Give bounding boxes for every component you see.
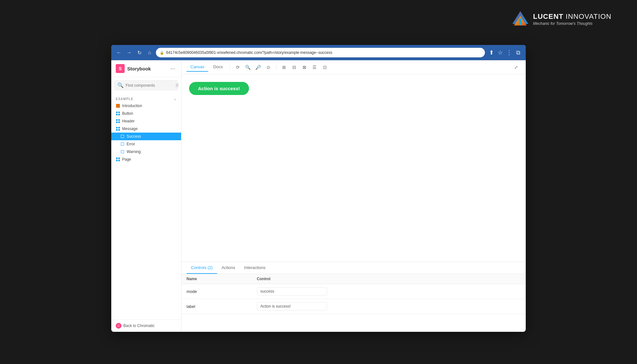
sidebar-item-label: Header xyxy=(122,119,135,123)
zoom-in-icon-btn[interactable]: 🔍 xyxy=(244,63,253,72)
controls-data-table: Name Control mode xyxy=(181,274,526,314)
fullscreen-button[interactable]: ⤢ xyxy=(512,63,521,72)
layout1-icon-btn[interactable]: ⊟ xyxy=(290,63,299,72)
component-icon xyxy=(116,111,120,116)
tab-actions[interactable]: Actions xyxy=(217,262,240,274)
sync-icon-btn[interactable]: ⟳ xyxy=(233,63,242,72)
search-input[interactable] xyxy=(126,83,173,88)
browser-content: S Storybook ⋯ 🔍 / EXAMPLE ⌄ xyxy=(111,60,526,332)
controls-table: Name Control mode xyxy=(181,274,526,332)
sidebar: S Storybook ⋯ 🔍 / EXAMPLE ⌄ xyxy=(111,60,181,332)
table-row: mode xyxy=(181,284,526,299)
story-icon xyxy=(120,142,125,146)
controls-panel: Controls (2) Actions Interactions Name C… xyxy=(181,262,526,332)
mode-input[interactable] xyxy=(257,287,327,295)
tab-controls[interactable]: Controls (2) xyxy=(187,262,217,274)
label-control-cell xyxy=(252,299,526,314)
brand-tagline: Mechanic for Tomorrow's Thoughts xyxy=(533,21,611,26)
sidebar-item-label: Message xyxy=(122,127,138,131)
sidebar-item-warning[interactable]: Warning xyxy=(111,148,181,156)
search-icon: 🔍 xyxy=(117,82,124,88)
tab-docs[interactable]: Docs xyxy=(209,62,227,72)
story-toolbar: Canvas Docs ⟳ 🔍 🔎 ⊙ ⊞ ⊟ ⊠ ☰ ⊡ ⤢ xyxy=(181,60,526,74)
sidebar-header: S Storybook ⋯ xyxy=(111,60,181,77)
split-view-button[interactable]: ⧉ xyxy=(514,49,522,56)
component-icon xyxy=(116,119,120,123)
sidebar-item-introduction[interactable]: Introduction xyxy=(111,102,181,110)
zoom-reset-icon-btn[interactable]: ⊙ xyxy=(264,63,273,72)
sidebar-item-label: Page xyxy=(122,157,131,162)
story-icon xyxy=(120,149,125,154)
back-to-chromatic-label: Back to Chromatic xyxy=(123,324,155,328)
browser-window: ← → ↻ ⌂ 🔒 64174c5e8090046035a5f801-xrixw… xyxy=(111,45,526,332)
sidebar-item-label: Button xyxy=(122,111,133,116)
chromatic-icon: C xyxy=(116,323,121,329)
sidebar-item-page[interactable]: Page xyxy=(111,156,181,163)
sidebar-item-error[interactable]: Error xyxy=(111,140,181,148)
sidebar-item-header[interactable]: Header xyxy=(111,117,181,125)
sidebar-item-button[interactable]: Button xyxy=(111,110,181,117)
intro-icon xyxy=(116,104,120,108)
section-label: EXAMPLE ⌄ xyxy=(111,95,181,102)
bookmark-button[interactable]: ☆ xyxy=(496,49,504,56)
mode-label: mode xyxy=(181,284,252,299)
back-to-chromatic-link[interactable]: C Back to Chromatic xyxy=(116,323,177,329)
label-label: label xyxy=(181,299,252,314)
sidebar-item-label: Error xyxy=(127,142,135,146)
col-control-header: Control xyxy=(252,274,526,284)
url-text: 64174c5e8090046035a5f801-xrixwfened.chro… xyxy=(166,50,332,55)
lucent-logo: LUCENT INNOVATION Mechanic for Tomorrow'… xyxy=(511,10,611,29)
reload-button[interactable]: ↻ xyxy=(135,49,143,56)
tab-interactions[interactable]: Interactions xyxy=(240,262,270,274)
toolbar-divider xyxy=(230,64,230,70)
controls-tabs: Controls (2) Actions Interactions xyxy=(181,262,526,274)
label-input[interactable] xyxy=(257,302,327,310)
svg-rect-2 xyxy=(519,18,522,25)
search-bar[interactable]: 🔍 / xyxy=(114,80,178,90)
lucent-logo-text: LUCENT INNOVATION Mechanic for Tomorrow'… xyxy=(533,12,611,26)
sidebar-item-label: Warning xyxy=(127,149,141,154)
sidebar-section: EXAMPLE ⌄ Introduction xyxy=(111,93,181,319)
zoom-out-icon-btn[interactable]: 🔎 xyxy=(254,63,263,72)
home-button[interactable]: ⌂ xyxy=(146,49,153,56)
extensions-button[interactable]: ⋮ xyxy=(505,49,513,56)
sidebar-item-label: Success xyxy=(127,134,141,139)
search-shortcut: / xyxy=(175,83,179,87)
sidebar-item-success[interactable]: Success xyxy=(111,133,181,140)
sidebar-footer: C Back to Chromatic xyxy=(111,319,181,332)
brand-name: LUCENT INNOVATION xyxy=(533,12,611,21)
browser-actions: ⬆ ☆ ⋮ ⧉ xyxy=(487,49,522,56)
sidebar-title: Storybook xyxy=(127,66,166,71)
tab-canvas[interactable]: Canvas xyxy=(187,62,208,72)
sidebar-item-message[interactable]: Message xyxy=(111,125,181,133)
main-panel: Canvas Docs ⟳ 🔍 🔎 ⊙ ⊞ ⊟ ⊠ ☰ ⊡ ⤢ Action i… xyxy=(181,60,526,332)
action-success-button[interactable]: Action is success! xyxy=(189,82,249,95)
forward-button[interactable]: → xyxy=(125,49,133,56)
section-toggle-icon[interactable]: ⌄ xyxy=(174,97,177,101)
lucent-logo-icon xyxy=(511,10,530,29)
sidebar-item-label: Introduction xyxy=(122,104,142,108)
story-icon xyxy=(120,134,125,139)
component-icon xyxy=(116,127,120,131)
component-icon xyxy=(116,157,120,162)
mode-control-cell xyxy=(252,284,526,299)
table-row: label xyxy=(181,299,526,314)
storybook-logo-icon: S xyxy=(116,64,125,73)
back-button[interactable]: ← xyxy=(115,49,123,56)
sidebar-menu-button[interactable]: ⋯ xyxy=(169,65,177,72)
col-name-header: Name xyxy=(181,274,252,284)
story-canvas: Action is success! xyxy=(181,74,526,262)
toolbar-divider-2 xyxy=(276,64,276,70)
browser-toolbar: ← → ↻ ⌂ 🔒 64174c5e8090046035a5f801-xrixw… xyxy=(111,45,526,60)
lock-icon: 🔒 xyxy=(160,51,164,55)
grid-icon-btn[interactable]: ⊞ xyxy=(280,63,289,72)
address-bar[interactable]: 🔒 64174c5e8090046035a5f801-xrixwfened.ch… xyxy=(156,48,485,57)
share-button[interactable]: ⬆ xyxy=(487,49,495,56)
layout2-icon-btn[interactable]: ⊠ xyxy=(300,63,309,72)
layout4-icon-btn[interactable]: ⊡ xyxy=(320,63,329,72)
layout3-icon-btn[interactable]: ☰ xyxy=(310,63,319,72)
